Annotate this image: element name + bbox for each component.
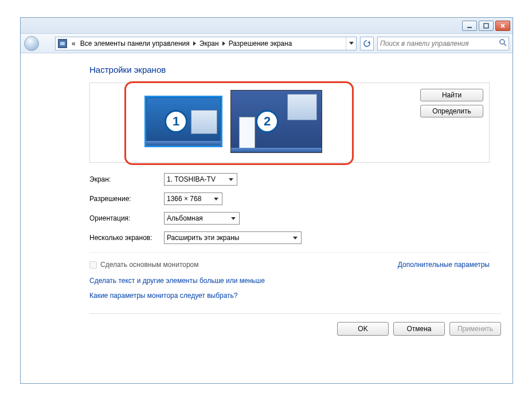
multi-display-combo[interactable]: Расширить эти экраны bbox=[164, 231, 302, 244]
chevron-down-icon bbox=[229, 214, 238, 223]
chevron-right-icon bbox=[192, 40, 197, 48]
apply-button[interactable]: Применить bbox=[449, 322, 501, 336]
chevron-down-icon bbox=[291, 233, 300, 242]
breadcrumb-prefix: « bbox=[69, 40, 78, 48]
chevron-right-icon bbox=[221, 40, 226, 48]
text-size-link[interactable]: Сделать текст и другие элементы больше и… bbox=[89, 277, 265, 285]
search-input[interactable] bbox=[380, 40, 497, 48]
orientation-label: Ориентация: bbox=[89, 214, 164, 222]
title-bar bbox=[21, 18, 513, 34]
refresh-button[interactable] bbox=[360, 37, 374, 50]
nav-back-button[interactable] bbox=[24, 36, 39, 51]
svg-line-5 bbox=[504, 44, 506, 46]
search-box[interactable] bbox=[377, 37, 509, 50]
breadcrumb-item[interactable]: Все элементы панели управления bbox=[78, 40, 192, 48]
dialog-button-bar: OK Отмена Применить bbox=[89, 313, 501, 344]
navigation-bar: « Все элементы панели управления Экран Р… bbox=[21, 34, 513, 53]
svg-rect-1 bbox=[484, 23, 488, 28]
identify-button[interactable]: Определить bbox=[420, 105, 483, 117]
breadcrumb-dropdown[interactable] bbox=[346, 37, 356, 50]
combo-value: 1. TOSHIBA-TV bbox=[167, 175, 216, 183]
breadcrumb-item[interactable]: Разрешение экрана bbox=[226, 40, 295, 48]
find-button[interactable]: Найти bbox=[420, 89, 483, 101]
annotation-highlight bbox=[124, 81, 354, 165]
make-primary-checkbox[interactable]: Сделать основным монитором bbox=[89, 261, 199, 269]
chevron-down-icon bbox=[226, 175, 236, 184]
svg-point-4 bbox=[500, 40, 504, 44]
cancel-button[interactable]: Отмена bbox=[393, 322, 445, 336]
multi-display-label: Несколько экранов: bbox=[89, 234, 164, 242]
resolution-label: Разрешение: bbox=[89, 195, 164, 203]
help-link[interactable]: Какие параметры монитора следует выбрать… bbox=[89, 292, 238, 300]
chevron-down-icon bbox=[212, 194, 221, 203]
nav-back-forward bbox=[24, 36, 52, 51]
checkbox-input[interactable] bbox=[89, 261, 97, 269]
page-title: Настройки экранов bbox=[89, 65, 490, 74]
checkbox-label: Сделать основным монитором bbox=[100, 261, 199, 269]
breadcrumb-item[interactable]: Экран bbox=[197, 40, 221, 48]
maximize-button[interactable] bbox=[479, 21, 494, 31]
minimize-button[interactable] bbox=[462, 21, 477, 31]
resolution-combo[interactable]: 1366 × 768 bbox=[164, 192, 222, 205]
screen-combo[interactable]: 1. TOSHIBA-TV bbox=[164, 173, 237, 186]
close-button[interactable] bbox=[495, 21, 510, 31]
ok-button[interactable]: OK bbox=[337, 322, 389, 336]
window-frame: « Все элементы панели управления Экран Р… bbox=[20, 17, 513, 384]
advanced-settings-link[interactable]: Дополнительные параметры bbox=[398, 261, 490, 269]
screen-label: Экран: bbox=[89, 175, 164, 183]
orientation-combo[interactable]: Альбомная bbox=[164, 212, 240, 225]
combo-value: 1366 × 768 bbox=[167, 195, 201, 203]
display-arrangement-panel[interactable]: 1 2 Найти Определить bbox=[89, 82, 490, 163]
combo-value: Альбомная bbox=[167, 214, 203, 222]
control-panel-icon bbox=[58, 39, 67, 48]
content-area: Настройки экранов 1 2 Найти Определить bbox=[21, 53, 513, 344]
search-icon[interactable] bbox=[497, 38, 508, 49]
combo-value: Расширить эти экраны bbox=[167, 234, 239, 242]
breadcrumb-bar[interactable]: « Все элементы панели управления Экран Р… bbox=[55, 37, 357, 50]
